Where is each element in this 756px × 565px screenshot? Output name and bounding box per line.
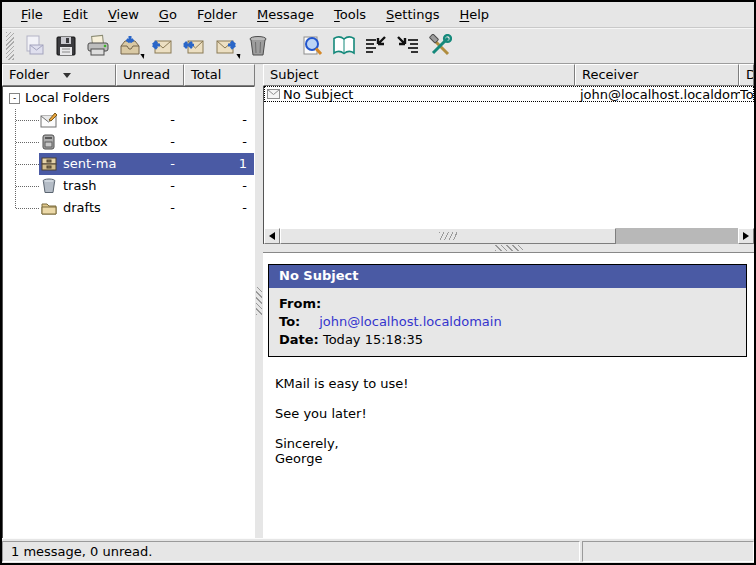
- forward-button[interactable]: [212, 32, 240, 60]
- outbox-icon: [40, 133, 58, 151]
- message-area: Subject Receiver Date No Subject john@lo…: [263, 64, 754, 538]
- scroll-right-button[interactable]: [738, 228, 754, 244]
- trash-button[interactable]: [244, 32, 272, 60]
- folder-column-headers: Folder Unread Total: [2, 64, 255, 86]
- scrollbar-track[interactable]: [616, 228, 738, 244]
- column-header-receiver[interactable]: Receiver: [575, 64, 739, 86]
- folder-panel: Folder Unread Total - Local Folders inbo…: [2, 64, 255, 538]
- status-extra-panel: [582, 541, 754, 562]
- check-mail-icon: [118, 34, 142, 58]
- scroll-right-icon: [743, 232, 749, 240]
- folder-row-inbox[interactable]: inbox - -: [3, 109, 254, 131]
- column-header-folder[interactable]: Folder: [2, 64, 116, 86]
- message-subject: No Subject: [283, 87, 353, 102]
- menu-tools[interactable]: Tools: [325, 4, 375, 25]
- reply-all-button[interactable]: [180, 32, 208, 60]
- folder-row-outbox[interactable]: outbox - -: [3, 131, 254, 153]
- tree-collapse-icon[interactable]: -: [9, 93, 20, 104]
- menu-view[interactable]: View: [99, 4, 148, 25]
- horizontal-splitter[interactable]: [263, 244, 754, 252]
- to-label: To:: [279, 313, 315, 331]
- new-message-button[interactable]: [20, 32, 48, 60]
- from-row: From:: [269, 295, 746, 313]
- preview-subject-bar: No Subject: [269, 265, 746, 288]
- column-header-date[interactable]: Date: [739, 64, 754, 86]
- message-preview-pane: No Subject From: To: john@localhost.loca…: [263, 252, 754, 538]
- menu-message[interactable]: Message: [248, 4, 323, 25]
- menu-file[interactable]: File: [12, 4, 52, 25]
- drafts-folder-icon: [40, 199, 58, 217]
- prev-unread-message-button[interactable]: [362, 32, 390, 60]
- scroll-left-button[interactable]: [264, 228, 280, 244]
- find-messages-button[interactable]: [298, 32, 326, 60]
- inbox-icon: [40, 111, 58, 129]
- menu-help[interactable]: Help: [450, 4, 498, 25]
- date-row: Date: Today 15:18:35: [269, 331, 746, 349]
- folder-row-trash[interactable]: trash - -: [3, 175, 254, 197]
- save-button[interactable]: [52, 32, 80, 60]
- message-row[interactable]: No Subject john@localhost.localdomain To…: [264, 86, 754, 102]
- trash-icon: [246, 34, 270, 58]
- reply-all-icon: [182, 34, 206, 58]
- sort-arrow-icon: [63, 73, 71, 78]
- find-messages-icon: [300, 34, 324, 58]
- vertical-splitter[interactable]: [255, 64, 263, 538]
- menu-settings[interactable]: Settings: [377, 4, 448, 25]
- print-icon: [86, 34, 110, 58]
- check-mail-button[interactable]: [116, 32, 144, 60]
- column-header-unread[interactable]: Unread: [116, 64, 184, 86]
- menu-edit[interactable]: Edit: [54, 4, 97, 25]
- next-unread-message-button[interactable]: [394, 32, 422, 60]
- folder-row-sent-ma[interactable]: sent-ma - 1: [3, 153, 254, 175]
- trash-folder-icon: [40, 177, 58, 195]
- message-date: Today 15:18:35: [740, 87, 754, 102]
- status-bar: 1 message, 0 unread.: [2, 538, 754, 563]
- menu-folder[interactable]: Folder: [188, 4, 246, 25]
- date-label: Date:: [279, 331, 319, 349]
- new-message-icon: [22, 34, 46, 58]
- scroll-left-icon: [269, 232, 275, 240]
- to-row: To: john@localhost.localdomain: [269, 313, 746, 331]
- message-body: KMail is easy to use! See you later! Sin…: [275, 376, 754, 466]
- configure-icon: [428, 34, 452, 58]
- address-book-icon: [332, 34, 356, 58]
- configure-button[interactable]: [426, 32, 454, 60]
- column-header-total[interactable]: Total: [184, 64, 255, 86]
- message-receiver: john@localhost.localdomain: [576, 87, 740, 102]
- scrollbar-thumb[interactable]: [280, 228, 616, 244]
- date-value: Today 15:18:35: [323, 332, 423, 347]
- print-button[interactable]: [84, 32, 112, 60]
- message-list-headers: Subject Receiver Date: [263, 64, 754, 86]
- sent-folder-icon: [40, 155, 58, 173]
- message-list-hscrollbar: [263, 228, 754, 244]
- next-unread-message-icon: [396, 34, 420, 58]
- address-book-button[interactable]: [330, 32, 358, 60]
- reply-icon: [150, 34, 174, 58]
- prev-unread-message-icon: [364, 34, 388, 58]
- to-address-link[interactable]: john@localhost.localdomain: [319, 314, 502, 329]
- folder-row-local-folders[interactable]: - Local Folders: [3, 87, 254, 109]
- toolbar-handle[interactable]: [6, 32, 14, 60]
- message-list: No Subject john@localhost.localdomain To…: [263, 86, 754, 228]
- main-toolbar: [2, 28, 754, 64]
- from-label: From:: [279, 295, 321, 313]
- forward-icon: [214, 34, 238, 58]
- save-icon: [54, 34, 78, 58]
- menu-bar: File Edit View Go Folder Message Tools S…: [2, 2, 754, 28]
- message-header-box: No Subject From: To: john@localhost.loca…: [268, 264, 747, 357]
- folder-tree: - Local Folders inbox - - outbox - - sen…: [2, 86, 255, 538]
- kmail-window: File Edit View Go Folder Message Tools S…: [0, 0, 756, 565]
- folder-row-drafts[interactable]: drafts - -: [3, 197, 254, 219]
- column-header-subject[interactable]: Subject: [263, 64, 575, 86]
- status-message: 1 message, 0 unread.: [2, 541, 580, 562]
- message-envelope-icon: [267, 89, 280, 99]
- reply-button[interactable]: [148, 32, 176, 60]
- menu-go[interactable]: Go: [150, 4, 186, 25]
